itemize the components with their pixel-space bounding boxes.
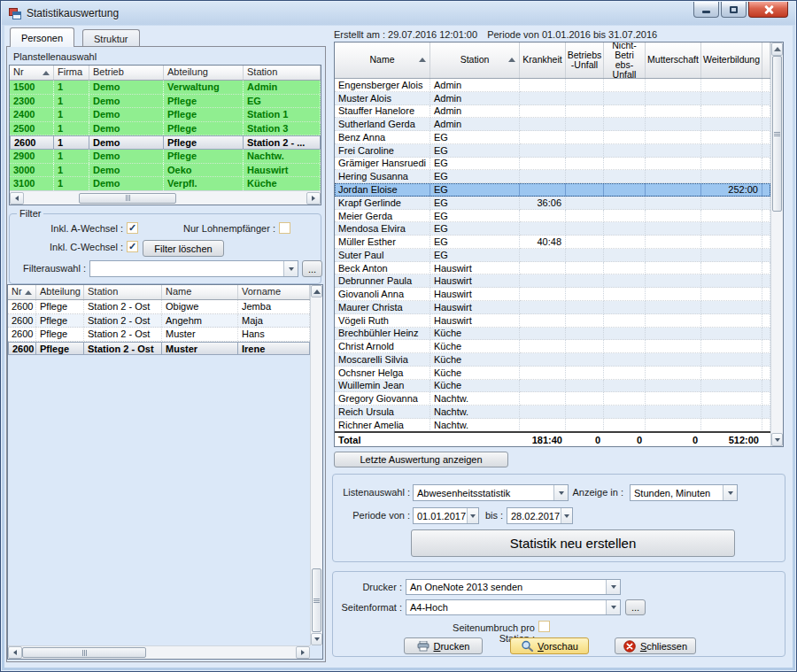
table-row[interactable]: 24001DemoPflegeStation 1 <box>10 108 321 122</box>
table-row[interactable]: Muster AloisAdmin <box>335 92 770 105</box>
periode-von-combobox[interactable]: 01.01.2017 <box>413 507 479 524</box>
nur-lohnempfaenger-checkbox[interactable] <box>279 222 290 234</box>
chevron-down-icon[interactable] <box>283 261 298 276</box>
col-header-betrieb[interactable]: Betrieb <box>89 66 164 80</box>
col-header-weiterbildung[interactable]: Weiterbildung <box>701 42 762 78</box>
col-header-name[interactable]: Name <box>162 285 238 299</box>
table-row[interactable]: Hering SusannaEG <box>335 170 770 183</box>
col-header-abteilung[interactable]: Abteilung <box>164 66 244 80</box>
table-row[interactable]: 25001DemoPflegeStation 3 <box>10 122 321 136</box>
table-row[interactable]: 30001DemoOekoHauswirt <box>10 164 321 178</box>
table-row[interactable]: Brechbühler HeinzKüche <box>335 328 770 341</box>
filterauswahl-combobox[interactable] <box>89 260 298 277</box>
filterauswahl-more-button[interactable]: ... <box>302 260 322 277</box>
vorschau-button[interactable]: Vorschau <box>510 637 589 654</box>
table-row[interactable]: Moscarelli SilviaKüche <box>335 353 770 367</box>
table-row[interactable]: Debrunner PaulaHauswirt <box>335 274 770 288</box>
person-grid-vscrollbar[interactable] <box>310 285 322 645</box>
table-row[interactable]: Reich UrsulaNachtw. <box>335 406 770 419</box>
scroll-up-icon[interactable] <box>311 285 322 297</box>
table-row[interactable]: Benz AnnaEG <box>335 131 770 144</box>
filter-loeschen-button[interactable]: Filter löschen <box>143 240 224 257</box>
col-header-station[interactable]: Station <box>84 285 162 299</box>
table-row[interactable]: Christ ArnoldKüche <box>335 340 770 353</box>
periode-bis-combobox[interactable]: 28.02.2017 <box>507 507 573 524</box>
plan-grid-hscrollbar[interactable] <box>10 190 321 205</box>
col-header-name[interactable]: Name <box>335 42 430 78</box>
col-header-nicht-betriebs-unfall[interactable]: Nicht-Betri ebs-Unfall <box>604 42 646 78</box>
chevron-down-icon[interactable] <box>553 485 568 500</box>
scroll-down-icon[interactable] <box>771 433 783 446</box>
tab-personen[interactable]: Personen <box>10 27 74 47</box>
table-row[interactable]: 2600PflegeStation 2 - OstMusterHans <box>8 328 310 342</box>
scroll-left-icon[interactable] <box>8 646 22 659</box>
table-row[interactable]: 2600PflegeStation 2 - OstMusterIrene <box>8 342 310 356</box>
col-header-firma[interactable]: Firma <box>54 66 89 80</box>
scrollbar-thumb[interactable] <box>772 56 782 212</box>
anzeige-in-combobox[interactable]: Stunden, Minuten <box>630 484 738 501</box>
table-row[interactable]: Wuillemin JeanKüche <box>335 380 770 393</box>
table-row[interactable]: Giovanoli AnnaHauswirt <box>335 288 770 301</box>
letzte-auswertung-button[interactable]: Letzte Auswertung anzeigen <box>334 452 508 467</box>
table-row[interactable]: 31001DemoVerpfl.Küche <box>10 177 321 191</box>
col-header-abteilung[interactable]: Abteilung <box>36 285 84 299</box>
col-header-station[interactable]: Station <box>430 42 520 78</box>
chevron-down-icon[interactable] <box>467 508 478 523</box>
minimize-button[interactable] <box>693 2 719 18</box>
scroll-right-icon[interactable] <box>306 192 321 205</box>
table-row[interactable]: Müller EstherEG40:48 <box>335 236 770 249</box>
schliessen-button[interactable]: Schliessen <box>615 637 696 654</box>
chevron-down-icon[interactable] <box>606 580 620 594</box>
seitenformat-combobox[interactable]: A4-Hoch <box>406 599 621 615</box>
col-header-vorname[interactable]: Vorname <box>238 285 310 299</box>
table-row[interactable]: Suter PaulEG <box>335 249 770 262</box>
seitenumbruch-checkbox[interactable] <box>538 621 550 632</box>
scroll-up-icon[interactable] <box>771 42 783 56</box>
listenauswahl-combobox[interactable]: Abwesenheitsstatistik <box>413 484 569 501</box>
table-row[interactable]: Ochsner HelgaKüche <box>335 367 770 380</box>
tab-struktur[interactable]: Struktur <box>82 29 140 48</box>
person-grid-hscrollbar[interactable] <box>8 645 310 659</box>
inkl-c-wechsel-checkbox[interactable] <box>127 241 138 252</box>
col-header-station[interactable]: Station <box>244 66 321 80</box>
table-row[interactable]: Mendosa ElviraEG <box>335 222 770 236</box>
table-row[interactable]: Meier GerdaEG <box>335 210 770 223</box>
scroll-down-icon[interactable] <box>311 633 322 645</box>
table-row[interactable]: Stauffer HaneloreAdmin <box>335 105 770 119</box>
table-row[interactable]: Beck AntonHauswirt <box>335 262 770 275</box>
chevron-down-icon[interactable] <box>723 485 737 500</box>
chevron-down-icon[interactable] <box>606 600 620 614</box>
table-row[interactable]: Engensberger AloisAdmin <box>335 79 770 92</box>
table-row[interactable]: Frei CarolineEG <box>335 144 770 158</box>
drucken-button[interactable]: Drucken <box>404 637 483 654</box>
col-header-krankheit[interactable]: Krankheit <box>520 42 566 78</box>
stat-grid-vscrollbar[interactable] <box>770 42 783 446</box>
table-row[interactable]: 15001DemoVerwaltungAdmin <box>10 81 321 95</box>
col-header-nr[interactable]: Nr <box>10 66 54 80</box>
col-header-nr[interactable]: Nr <box>8 285 36 299</box>
scrollbar-thumb[interactable] <box>312 568 321 632</box>
scrollbar-thumb[interactable] <box>79 193 176 204</box>
table-row[interactable]: 2600PflegeStation 2 - OstObigweJemba <box>8 300 310 314</box>
inkl-a-wechsel-checkbox[interactable] <box>127 222 138 234</box>
scroll-left-icon[interactable] <box>10 192 24 205</box>
table-row[interactable]: Vögeli RuthHauswirt <box>335 314 770 328</box>
table-row[interactable]: Richner AmeliaNachtw. <box>335 419 770 431</box>
table-row[interactable]: 26001DemoPflegeStation 2 - ... <box>10 135 321 150</box>
maximize-button[interactable] <box>721 2 747 18</box>
statistik-neu-erstellen-button[interactable]: Statistik neu erstellen <box>411 529 735 557</box>
table-row[interactable]: 29001DemoPflegeNachtw. <box>10 150 321 164</box>
table-row[interactable]: Grämiger HansruediEG <box>335 158 770 171</box>
close-button[interactable] <box>748 2 788 18</box>
scroll-right-icon[interactable] <box>296 646 310 659</box>
table-row[interactable]: Maurer ChristaHauswirt <box>335 301 770 314</box>
chevron-down-icon[interactable] <box>561 508 572 523</box>
drucker-combobox[interactable]: An OneNote 2013 senden <box>406 579 621 595</box>
scrollbar-thumb[interactable] <box>22 647 146 658</box>
table-row[interactable]: Gregory GiovannaNachtw. <box>335 392 770 406</box>
col-header-mutterschaft[interactable]: Mutterschaft <box>646 42 701 78</box>
table-row[interactable]: 23001DemoPflegeEG <box>10 95 321 109</box>
table-row[interactable]: Krapf GerlindeEG36:06 <box>335 197 770 210</box>
table-row[interactable]: 2600PflegeStation 2 - OstAngehmMaja <box>8 314 310 328</box>
table-row[interactable]: Jordan EloiseEG252:00 <box>335 183 770 197</box>
